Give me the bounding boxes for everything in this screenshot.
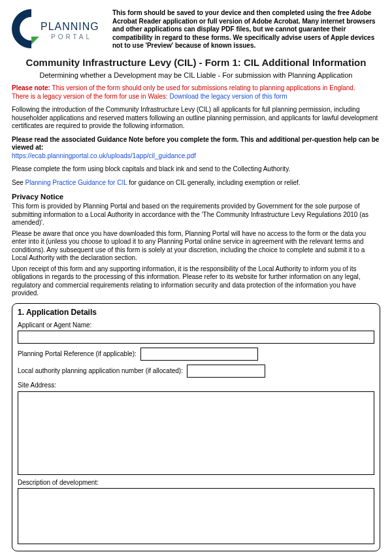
svg-text:PLANNING: PLANNING bbox=[41, 21, 99, 32]
privacy-p1: This form is provided by Planning Portal… bbox=[12, 203, 380, 227]
please-note-label: Please note: bbox=[12, 84, 50, 91]
section-1-title: 1. Application Details bbox=[18, 308, 374, 318]
page-subtitle: Determining whether a Development may be… bbox=[12, 71, 380, 80]
header-notice: This form should be saved to your device… bbox=[112, 9, 380, 50]
guidance-link[interactable]: https://ecab.planningportal.co.uk/upload… bbox=[12, 152, 196, 159]
intro-paragraph: Following the introduction of the Commun… bbox=[12, 106, 380, 131]
see-guidance-line: See Planning Practice Guidance for CIL f… bbox=[12, 179, 380, 187]
description-input[interactable] bbox=[18, 488, 374, 544]
guidance-block: Please read the associated Guidance Note… bbox=[12, 136, 380, 161]
section-application-details: 1. Application Details Applicant or Agen… bbox=[12, 303, 380, 552]
applicant-name-label: Applicant or Agent Name: bbox=[18, 321, 374, 330]
pp-ref-input[interactable] bbox=[140, 348, 258, 361]
la-num-row: Local authority planning application num… bbox=[18, 365, 374, 378]
la-num-input[interactable] bbox=[187, 365, 265, 378]
page-title: Community Infrastructure Levy (CIL) - Fo… bbox=[12, 57, 380, 69]
applicant-name-input[interactable] bbox=[18, 331, 374, 344]
svg-text:PORTAL: PORTAL bbox=[51, 33, 92, 41]
guidance-line: Please read the associated Guidance Note… bbox=[12, 136, 379, 152]
planning-portal-logo-icon: PLANNING PORTAL bbox=[12, 9, 103, 50]
pp-ref-row: Planning Portal Reference (if applicable… bbox=[18, 348, 374, 361]
privacy-p2: Please be aware that once you have downl… bbox=[12, 230, 380, 263]
please-note-block: Please note: This version of the form sh… bbox=[12, 84, 380, 101]
legacy-form-link[interactable]: Download the legacy version of this form bbox=[169, 93, 287, 100]
pp-ref-label: Planning Portal Reference (if applicable… bbox=[18, 350, 137, 359]
privacy-p3: Upon receipt of this form and any suppor… bbox=[12, 265, 380, 298]
privacy-heading: Privacy Notice bbox=[12, 192, 380, 201]
see-prefix: See bbox=[12, 179, 25, 186]
logo-wrap: PLANNING PORTAL bbox=[12, 9, 103, 50]
planning-practice-guidance-link[interactable]: Planning Practice Guidance for CIL bbox=[25, 179, 127, 186]
block-caps-instruction: Please complete the form using block cap… bbox=[12, 165, 380, 174]
please-note-line1: This version of the form should only be … bbox=[52, 84, 355, 91]
description-label: Description of development: bbox=[18, 479, 374, 487]
site-address-input[interactable] bbox=[18, 391, 374, 475]
see-suffix: for guidance on CIL generally, including… bbox=[127, 179, 300, 186]
please-note-line2-prefix: There is a legacy version of the form fo… bbox=[12, 93, 169, 100]
site-address-label: Site Address: bbox=[18, 382, 374, 390]
la-num-label: Local authority planning application num… bbox=[18, 367, 183, 376]
header: PLANNING PORTAL This form should be save… bbox=[12, 9, 380, 50]
